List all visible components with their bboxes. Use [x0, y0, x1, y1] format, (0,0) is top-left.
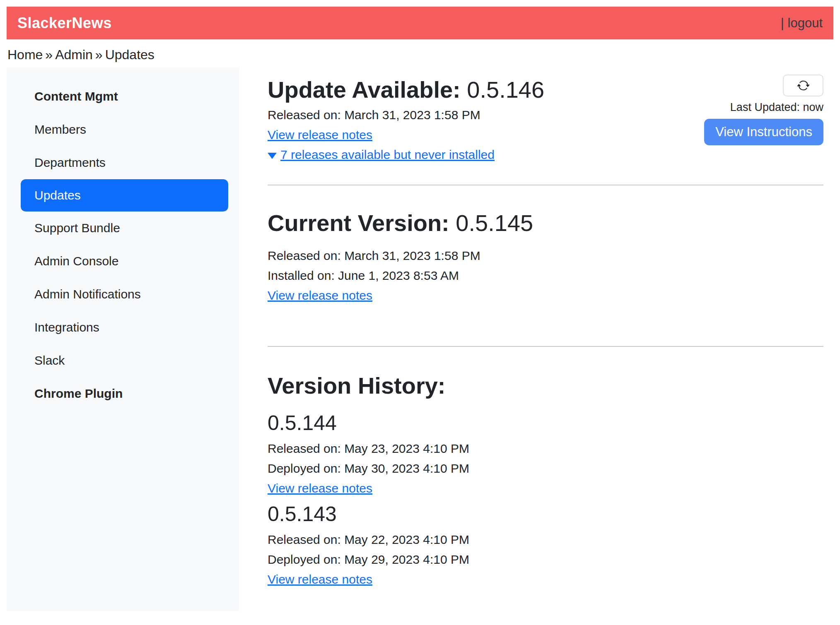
history-version-number: 0.5.144 [268, 411, 823, 435]
breadcrumb-separator: » [93, 47, 105, 62]
breadcrumb-separator: » [43, 47, 55, 62]
top-navbar: SlackerNews | logout [7, 7, 833, 39]
sidebar-item-departments[interactable]: Departments [7, 146, 239, 179]
sidebar-item-admin-notifications[interactable]: Admin Notifications [7, 278, 239, 311]
logout-link[interactable]: | logout [781, 16, 823, 31]
history-version-number: 0.5.143 [268, 502, 823, 526]
breadcrumb: Home»Admin»Updates [7, 39, 833, 67]
history-deployed-on: Deployed on: May 30, 2023 4:10 PM [268, 459, 823, 478]
pending-releases-link[interactable]: 7 releases available but never installed [280, 145, 495, 165]
current-release-notes-link[interactable]: View release notes [268, 288, 372, 302]
section-divider [268, 346, 823, 347]
current-version-section: Current Version: 0.5.145 Released on: Ma… [268, 209, 823, 305]
page: SlackerNews | logout Home»Admin»Updates … [0, 0, 840, 611]
sidebar-item-slack[interactable]: Slack [7, 344, 239, 377]
sidebar-item-content-mgmt[interactable]: Content Mgmt [7, 80, 239, 113]
version-history-heading: Version History: [268, 372, 823, 399]
update-release-notes-link[interactable]: View release notes [268, 128, 372, 142]
update-available-version: 0.5.146 [467, 77, 544, 103]
breadcrumb-home[interactable]: Home [7, 47, 43, 62]
breadcrumb-admin[interactable]: Admin [55, 47, 93, 62]
update-released-on: Released on: March 31, 2023 1:58 PM [268, 105, 544, 125]
history-deployed-on: Deployed on: May 29, 2023 4:10 PM [268, 550, 823, 570]
history-release-notes-row: View release notes [268, 478, 823, 498]
sidebar-item-admin-console[interactable]: Admin Console [7, 245, 239, 278]
content-layout: Content Mgmt Members Departments Updates… [7, 67, 833, 611]
sidebar-item-updates[interactable]: Updates [21, 179, 228, 212]
caret-down-icon[interactable] [268, 153, 277, 159]
pending-releases-row: 7 releases available but never installed [268, 145, 544, 165]
sidebar-item-support-bundle[interactable]: Support Bundle [7, 212, 239, 245]
current-version-label: Current Version: [268, 210, 449, 236]
current-version-heading: Current Version: 0.5.145 [268, 209, 823, 237]
refresh-button[interactable] [783, 75, 823, 96]
update-available-section: Update Available: 0.5.146 Released on: M… [268, 67, 823, 165]
view-instructions-button[interactable]: View Instructions [704, 119, 823, 145]
sidebar-nav: Content Mgmt Members Departments Updates… [7, 67, 239, 611]
current-version-number: 0.5.145 [456, 210, 533, 236]
sidebar-item-chrome-plugin[interactable]: Chrome Plugin [7, 377, 239, 410]
section-divider [268, 185, 823, 185]
history-released-on: Released on: May 23, 2023 4:10 PM [268, 439, 823, 459]
refresh-panel: Last Updated: now View Instructions [704, 67, 823, 145]
sidebar-item-integrations[interactable]: Integrations [7, 311, 239, 344]
brand-title: SlackerNews [17, 14, 112, 32]
refresh-icon [797, 79, 810, 92]
current-release-notes-row: View release notes [268, 286, 823, 305]
history-release-notes-link[interactable]: View release notes [268, 481, 372, 495]
history-release-notes-link[interactable]: View release notes [268, 572, 372, 586]
update-release-notes-row: View release notes [268, 125, 544, 145]
history-released-on: Released on: May 22, 2023 4:10 PM [268, 530, 823, 550]
history-release-notes-row: View release notes [268, 570, 823, 589]
version-history-entry: 0.5.143 Released on: May 22, 2023 4:10 P… [268, 502, 823, 589]
update-available-label: Update Available: [268, 77, 461, 103]
version-history-entry: 0.5.144 Released on: May 23, 2023 4:10 P… [268, 411, 823, 498]
last-updated-text: Last Updated: now [730, 101, 823, 114]
sidebar-item-members[interactable]: Members [7, 113, 239, 146]
breadcrumb-updates[interactable]: Updates [105, 47, 154, 62]
version-history-section: Version History: 0.5.144 Released on: Ma… [268, 372, 823, 589]
update-available-info: Update Available: 0.5.146 Released on: M… [268, 67, 544, 165]
current-released-on: Released on: March 31, 2023 1:58 PM [268, 246, 823, 266]
update-available-heading: Update Available: 0.5.146 [268, 76, 544, 103]
current-installed-on: Installed on: June 1, 2023 8:53 AM [268, 266, 823, 286]
main-content: Update Available: 0.5.146 Released on: M… [239, 67, 833, 589]
